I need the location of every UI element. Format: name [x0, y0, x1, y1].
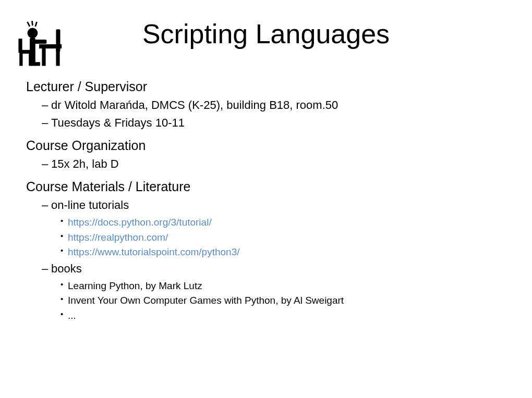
- slide-title: Scripting Languages: [0, 18, 532, 49]
- tutorials-label: on-line tutorials https://docs.python.or…: [51, 196, 532, 260]
- svg-rect-9: [56, 48, 59, 66]
- organization-item: 15x 2h, lab D: [51, 155, 532, 173]
- section-organization-header: Course Organization: [26, 138, 532, 153]
- tutorials-label-text: on-line tutorials: [51, 198, 129, 212]
- lecturer-item: dr Witold Marańda, DMCS (K-25), building…: [51, 96, 532, 114]
- svg-point-3: [28, 28, 38, 39]
- person-at-computer-icon: [16, 21, 63, 68]
- svg-rect-7: [39, 44, 62, 48]
- svg-line-0: [28, 22, 30, 27]
- section-lecturer-header: Lecturer / Supervisor: [26, 79, 532, 94]
- books-label-text: books: [51, 262, 82, 275]
- book-item: Invent Your Own Computer Games with Pyth…: [68, 293, 532, 308]
- svg-rect-5: [34, 40, 46, 44]
- svg-rect-4: [30, 38, 35, 52]
- slide-content: Lecturer / Supervisor dr Witold Marańda,…: [0, 49, 532, 323]
- svg-rect-12: [19, 54, 22, 66]
- svg-line-1: [32, 21, 33, 26]
- svg-rect-15: [34, 62, 40, 66]
- book-item: ...: [68, 308, 532, 324]
- svg-rect-11: [18, 39, 22, 53]
- lecturer-item: Tuesdays & Fridays 10-11: [51, 114, 532, 132]
- tutorial-link[interactable]: https://realpython.com/: [68, 232, 168, 243]
- svg-rect-8: [42, 48, 45, 66]
- tutorial-link[interactable]: https://docs.python.org/3/tutorial/: [68, 217, 212, 228]
- book-item: Learning Python, by Mark Lutz: [68, 279, 532, 294]
- books-label: books Learning Python, by Mark Lutz Inve…: [51, 260, 532, 324]
- tutorial-link[interactable]: https://www.tutorialspoint.com/python3/: [68, 246, 240, 257]
- section-materials-header: Course Materials / Literature: [26, 179, 532, 194]
- svg-line-2: [35, 22, 37, 27]
